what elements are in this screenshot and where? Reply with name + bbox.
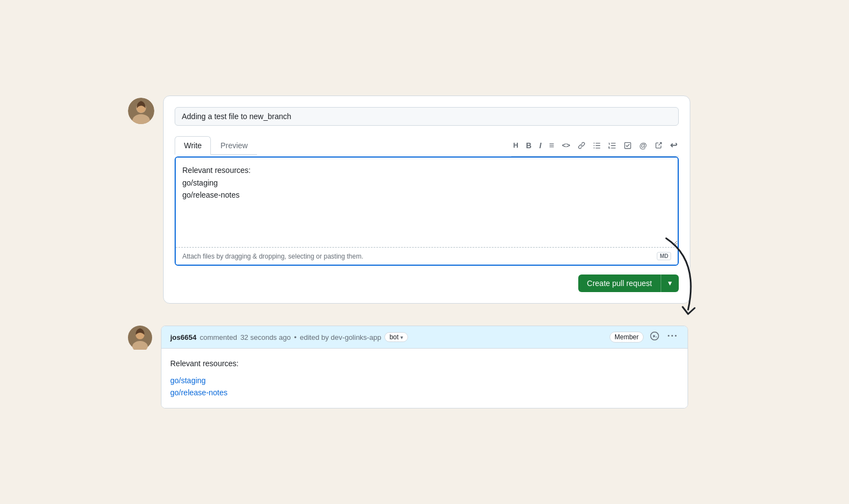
- italic-icon[interactable]: I: [538, 140, 543, 151]
- comment-section: jos6654 commented 32 seconds ago • edite…: [128, 326, 721, 408]
- pr-title-input[interactable]: [175, 107, 679, 126]
- tab-preview[interactable]: Preview: [211, 136, 257, 155]
- cross-ref-icon[interactable]: [653, 141, 664, 150]
- ordered-list-icon[interactable]: [607, 141, 618, 150]
- comment-link-release-notes[interactable]: go/release-notes: [170, 387, 679, 399]
- form-actions: Create pull request ▼: [175, 275, 679, 292]
- author-avatar: [128, 98, 154, 124]
- tab-write[interactable]: Write: [175, 136, 211, 155]
- comment-body: Relevant resources: go/staging go/releas…: [161, 349, 688, 407]
- comment-edited-by: edited by dev-golinks-app: [300, 333, 381, 341]
- pr-form-section: Write Preview H B I ≡ <>: [128, 96, 721, 304]
- comment-body-heading: Relevant resources:: [170, 357, 679, 369]
- bot-chevron-icon: ▾: [400, 334, 403, 340]
- editor-tabs: Write Preview: [175, 136, 257, 155]
- bot-label: bot: [389, 333, 399, 341]
- comment-author-avatar: [128, 326, 152, 350]
- comment-author-name: jos6654: [170, 333, 197, 341]
- undo-icon[interactable]: ↩: [668, 139, 679, 152]
- comment-actions: Member: [610, 331, 679, 344]
- comment-separator: •: [294, 333, 297, 341]
- link-icon[interactable]: [576, 141, 587, 150]
- pr-body-textarea[interactable]: Relevant resources: go/staging go/releas…: [176, 158, 678, 245]
- bot-badge[interactable]: bot ▾: [384, 332, 408, 342]
- attach-text: Attach files by dragging & dropping, sel…: [182, 253, 364, 260]
- bold-icon[interactable]: B: [524, 140, 533, 151]
- unordered-list-icon[interactable]: [591, 141, 602, 150]
- editor-header: Write Preview H B I ≡ <>: [175, 135, 679, 156]
- comment-action: commented: [200, 333, 237, 341]
- comment-link-staging[interactable]: go/staging: [170, 374, 679, 387]
- code-icon[interactable]: <>: [560, 140, 572, 150]
- editor-toolbar: H B I ≡ <>: [511, 135, 679, 156]
- create-pr-button[interactable]: Create pull request: [578, 275, 661, 292]
- pr-form: Write Preview H B I ≡ <>: [163, 96, 690, 304]
- member-badge: Member: [610, 332, 644, 343]
- emoji-reaction-button[interactable]: [648, 331, 661, 344]
- more-options-button[interactable]: [666, 331, 679, 344]
- textarea-wrapper: Relevant resources: go/staging go/releas…: [175, 156, 679, 266]
- quote-icon[interactable]: ≡: [548, 139, 556, 152]
- task-list-icon[interactable]: [622, 141, 633, 150]
- heading-icon[interactable]: H: [511, 140, 520, 150]
- comment-header: jos6654 commented 32 seconds ago • edite…: [161, 326, 688, 349]
- attach-bar: Attach files by dragging & dropping, sel…: [176, 247, 678, 265]
- arrow-annotation: [655, 227, 721, 326]
- mention-icon[interactable]: @: [638, 140, 649, 151]
- comment-time: 32 seconds ago: [241, 333, 291, 341]
- comment-box: jos6654 commented 32 seconds ago • edite…: [161, 326, 688, 408]
